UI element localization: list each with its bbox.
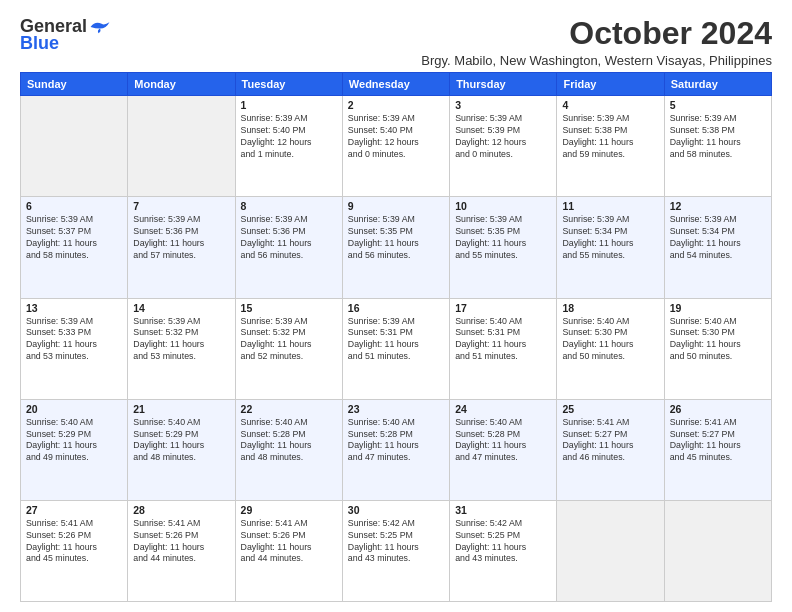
day-number: 19	[670, 302, 766, 314]
table-row: 13Sunrise: 5:39 AM Sunset: 5:33 PM Dayli…	[21, 298, 128, 399]
day-info: Sunrise: 5:39 AM Sunset: 5:36 PM Dayligh…	[241, 214, 337, 262]
day-number: 7	[133, 200, 229, 212]
calendar-week-row: 27Sunrise: 5:41 AM Sunset: 5:26 PM Dayli…	[21, 500, 772, 601]
table-row: 20Sunrise: 5:40 AM Sunset: 5:29 PM Dayli…	[21, 399, 128, 500]
calendar-week-row: 1Sunrise: 5:39 AM Sunset: 5:40 PM Daylig…	[21, 96, 772, 197]
day-number: 27	[26, 504, 122, 516]
table-row: 12Sunrise: 5:39 AM Sunset: 5:34 PM Dayli…	[664, 197, 771, 298]
table-row: 18Sunrise: 5:40 AM Sunset: 5:30 PM Dayli…	[557, 298, 664, 399]
col-sunday: Sunday	[21, 73, 128, 96]
day-info: Sunrise: 5:40 AM Sunset: 5:28 PM Dayligh…	[455, 417, 551, 465]
header: General Blue October 2024 Brgy. Mabilo, …	[20, 16, 772, 68]
table-row: 24Sunrise: 5:40 AM Sunset: 5:28 PM Dayli…	[450, 399, 557, 500]
calendar-week-row: 6Sunrise: 5:39 AM Sunset: 5:37 PM Daylig…	[21, 197, 772, 298]
day-info: Sunrise: 5:39 AM Sunset: 5:35 PM Dayligh…	[348, 214, 444, 262]
day-info: Sunrise: 5:40 AM Sunset: 5:29 PM Dayligh…	[133, 417, 229, 465]
col-wednesday: Wednesday	[342, 73, 449, 96]
table-row: 22Sunrise: 5:40 AM Sunset: 5:28 PM Dayli…	[235, 399, 342, 500]
table-row: 19Sunrise: 5:40 AM Sunset: 5:30 PM Dayli…	[664, 298, 771, 399]
logo-bird-icon	[89, 18, 111, 36]
day-info: Sunrise: 5:42 AM Sunset: 5:25 PM Dayligh…	[348, 518, 444, 566]
day-number: 12	[670, 200, 766, 212]
day-info: Sunrise: 5:40 AM Sunset: 5:28 PM Dayligh…	[348, 417, 444, 465]
day-info: Sunrise: 5:39 AM Sunset: 5:40 PM Dayligh…	[241, 113, 337, 161]
day-number: 10	[455, 200, 551, 212]
table-row: 3Sunrise: 5:39 AM Sunset: 5:39 PM Daylig…	[450, 96, 557, 197]
page: General Blue October 2024 Brgy. Mabilo, …	[0, 0, 792, 612]
day-info: Sunrise: 5:39 AM Sunset: 5:33 PM Dayligh…	[26, 316, 122, 364]
logo: General Blue	[20, 16, 111, 54]
day-number: 29	[241, 504, 337, 516]
table-row: 17Sunrise: 5:40 AM Sunset: 5:31 PM Dayli…	[450, 298, 557, 399]
day-number: 22	[241, 403, 337, 415]
table-row: 6Sunrise: 5:39 AM Sunset: 5:37 PM Daylig…	[21, 197, 128, 298]
table-row: 31Sunrise: 5:42 AM Sunset: 5:25 PM Dayli…	[450, 500, 557, 601]
day-number: 31	[455, 504, 551, 516]
day-number: 4	[562, 99, 658, 111]
table-row: 26Sunrise: 5:41 AM Sunset: 5:27 PM Dayli…	[664, 399, 771, 500]
col-thursday: Thursday	[450, 73, 557, 96]
table-row: 15Sunrise: 5:39 AM Sunset: 5:32 PM Dayli…	[235, 298, 342, 399]
table-row: 25Sunrise: 5:41 AM Sunset: 5:27 PM Dayli…	[557, 399, 664, 500]
table-row: 21Sunrise: 5:40 AM Sunset: 5:29 PM Dayli…	[128, 399, 235, 500]
day-info: Sunrise: 5:39 AM Sunset: 5:37 PM Dayligh…	[26, 214, 122, 262]
table-row: 5Sunrise: 5:39 AM Sunset: 5:38 PM Daylig…	[664, 96, 771, 197]
day-number: 11	[562, 200, 658, 212]
day-number: 21	[133, 403, 229, 415]
table-row: 1Sunrise: 5:39 AM Sunset: 5:40 PM Daylig…	[235, 96, 342, 197]
table-row: 4Sunrise: 5:39 AM Sunset: 5:38 PM Daylig…	[557, 96, 664, 197]
table-row: 7Sunrise: 5:39 AM Sunset: 5:36 PM Daylig…	[128, 197, 235, 298]
day-info: Sunrise: 5:40 AM Sunset: 5:31 PM Dayligh…	[455, 316, 551, 364]
day-info: Sunrise: 5:41 AM Sunset: 5:26 PM Dayligh…	[133, 518, 229, 566]
table-row: 29Sunrise: 5:41 AM Sunset: 5:26 PM Dayli…	[235, 500, 342, 601]
day-info: Sunrise: 5:39 AM Sunset: 5:39 PM Dayligh…	[455, 113, 551, 161]
table-row	[557, 500, 664, 601]
day-info: Sunrise: 5:40 AM Sunset: 5:30 PM Dayligh…	[670, 316, 766, 364]
day-number: 16	[348, 302, 444, 314]
title-section: October 2024 Brgy. Mabilo, New Washingto…	[421, 16, 772, 68]
day-number: 5	[670, 99, 766, 111]
month-title: October 2024	[421, 16, 772, 51]
col-monday: Monday	[128, 73, 235, 96]
table-row: 14Sunrise: 5:39 AM Sunset: 5:32 PM Dayli…	[128, 298, 235, 399]
day-info: Sunrise: 5:39 AM Sunset: 5:34 PM Dayligh…	[562, 214, 658, 262]
day-info: Sunrise: 5:39 AM Sunset: 5:36 PM Dayligh…	[133, 214, 229, 262]
day-info: Sunrise: 5:40 AM Sunset: 5:29 PM Dayligh…	[26, 417, 122, 465]
table-row: 2Sunrise: 5:39 AM Sunset: 5:40 PM Daylig…	[342, 96, 449, 197]
col-friday: Friday	[557, 73, 664, 96]
table-row: 23Sunrise: 5:40 AM Sunset: 5:28 PM Dayli…	[342, 399, 449, 500]
day-number: 20	[26, 403, 122, 415]
calendar-table: Sunday Monday Tuesday Wednesday Thursday…	[20, 72, 772, 602]
day-info: Sunrise: 5:41 AM Sunset: 5:26 PM Dayligh…	[26, 518, 122, 566]
day-number: 17	[455, 302, 551, 314]
day-number: 24	[455, 403, 551, 415]
day-info: Sunrise: 5:41 AM Sunset: 5:27 PM Dayligh…	[562, 417, 658, 465]
table-row: 8Sunrise: 5:39 AM Sunset: 5:36 PM Daylig…	[235, 197, 342, 298]
day-info: Sunrise: 5:40 AM Sunset: 5:28 PM Dayligh…	[241, 417, 337, 465]
table-row	[128, 96, 235, 197]
day-number: 14	[133, 302, 229, 314]
day-number: 30	[348, 504, 444, 516]
table-row: 9Sunrise: 5:39 AM Sunset: 5:35 PM Daylig…	[342, 197, 449, 298]
table-row: 30Sunrise: 5:42 AM Sunset: 5:25 PM Dayli…	[342, 500, 449, 601]
day-info: Sunrise: 5:39 AM Sunset: 5:38 PM Dayligh…	[562, 113, 658, 161]
day-number: 2	[348, 99, 444, 111]
day-number: 18	[562, 302, 658, 314]
day-number: 25	[562, 403, 658, 415]
day-info: Sunrise: 5:40 AM Sunset: 5:30 PM Dayligh…	[562, 316, 658, 364]
table-row: 16Sunrise: 5:39 AM Sunset: 5:31 PM Dayli…	[342, 298, 449, 399]
table-row: 27Sunrise: 5:41 AM Sunset: 5:26 PM Dayli…	[21, 500, 128, 601]
day-number: 28	[133, 504, 229, 516]
day-info: Sunrise: 5:39 AM Sunset: 5:40 PM Dayligh…	[348, 113, 444, 161]
calendar-week-row: 20Sunrise: 5:40 AM Sunset: 5:29 PM Dayli…	[21, 399, 772, 500]
calendar-week-row: 13Sunrise: 5:39 AM Sunset: 5:33 PM Dayli…	[21, 298, 772, 399]
day-number: 26	[670, 403, 766, 415]
day-number: 8	[241, 200, 337, 212]
day-info: Sunrise: 5:41 AM Sunset: 5:27 PM Dayligh…	[670, 417, 766, 465]
day-info: Sunrise: 5:41 AM Sunset: 5:26 PM Dayligh…	[241, 518, 337, 566]
day-info: Sunrise: 5:39 AM Sunset: 5:38 PM Dayligh…	[670, 113, 766, 161]
table-row	[21, 96, 128, 197]
day-number: 1	[241, 99, 337, 111]
day-number: 15	[241, 302, 337, 314]
table-row	[664, 500, 771, 601]
